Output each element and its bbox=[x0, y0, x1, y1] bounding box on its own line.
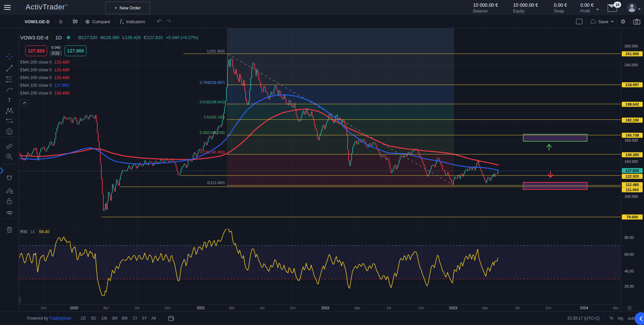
ohlc-item: H128.360 bbox=[101, 35, 119, 40]
indicators-button[interactable]: ƒxIndicators bbox=[119, 15, 145, 28]
account-dropdown-icon[interactable] bbox=[638, 8, 641, 10]
redo-button[interactable]: ↷ bbox=[166, 15, 171, 28]
range-button-5y[interactable]: 5Y bbox=[142, 312, 147, 325]
layout-button[interactable] bbox=[576, 15, 582, 28]
range-button-1m[interactable]: 1M bbox=[101, 312, 107, 325]
snapshot-button[interactable] bbox=[633, 15, 640, 28]
legend-symbol[interactable]: VOW3.GE-d bbox=[20, 35, 48, 40]
symbol-button[interactable]: VOW3.GE-D bbox=[25, 15, 49, 28]
undo-button[interactable]: ↶ bbox=[157, 15, 162, 28]
measure-tool[interactable] bbox=[5, 142, 14, 151]
range-button-all[interactable]: All bbox=[151, 312, 156, 325]
interval-button[interactable]: D bbox=[59, 15, 62, 28]
text-tool[interactable]: T bbox=[5, 96, 14, 105]
time-axis-label: Jul bbox=[515, 306, 520, 310]
go-to-date-button[interactable] bbox=[168, 312, 175, 325]
fib-level-labels: 1(251.900)0.764(218.997)0.618(198.642)0.… bbox=[200, 49, 225, 185]
log-scale-button[interactable]: log bbox=[618, 312, 623, 325]
sell-zone-box bbox=[523, 182, 587, 189]
chart-style-button[interactable] bbox=[71, 15, 79, 28]
rsi-legend[interactable]: RSI 14 59.40 bbox=[20, 229, 49, 234]
time-axis-label: Apr bbox=[354, 306, 360, 310]
range-button-1y[interactable]: 1Y bbox=[133, 312, 138, 325]
indicator-legend-row[interactable]: EMA 200 close 0 133.489 bbox=[20, 91, 69, 96]
xabcd-pattern-tool[interactable] bbox=[5, 107, 14, 115]
time-axis-label: Apr bbox=[103, 306, 109, 310]
ohlc-item: L126.420 bbox=[122, 35, 141, 40]
time-axis[interactable]: Oct2020AprJulOct2021AprJulOct2022AprJulO… bbox=[19, 304, 621, 312]
account-stat-profit: 0.00 €Profit bbox=[580, 2, 594, 13]
price-axis-label: 140.000 bbox=[624, 159, 638, 164]
rsi-band bbox=[19, 246, 621, 279]
svg-text:0.382(165.738): 0.382(165.738) bbox=[200, 131, 225, 135]
profit-dropdown-icon[interactable] bbox=[596, 9, 599, 10]
range-button-1d[interactable]: 1D bbox=[80, 312, 85, 325]
price-axis[interactable]: 260.000240.000160.000140.000100.00080.00… bbox=[621, 28, 644, 311]
range-button-6m[interactable]: 6M bbox=[122, 312, 128, 325]
range-button-3m[interactable]: 3M bbox=[112, 312, 117, 325]
compare-button[interactable]: ⊕Compare bbox=[85, 15, 110, 28]
trash-icon bbox=[5, 225, 14, 234]
svg-text:1(251.900): 1(251.900) bbox=[207, 49, 225, 53]
sell-button[interactable]: 127.820 bbox=[25, 45, 47, 56]
price-axis-level-badge: 182.190 bbox=[622, 118, 643, 123]
time-axis-label: 2020 bbox=[70, 306, 78, 310]
brush-tool[interactable] bbox=[5, 86, 14, 95]
long-position-tool[interactable] bbox=[5, 117, 14, 125]
time-axis-label: Apr bbox=[613, 306, 618, 310]
bottom-bar: Powered by TradingView 15:39:17 (UTC+2) … bbox=[0, 311, 644, 325]
main-menu-icon[interactable] bbox=[4, 4, 12, 11]
range-button-5d[interactable]: 5D bbox=[91, 312, 96, 325]
drawing-lock-tool[interactable] bbox=[5, 186, 14, 194]
buy-button[interactable]: 127.860 bbox=[65, 45, 86, 56]
price-axis-level-badge: 112.480 bbox=[622, 182, 643, 187]
legend-interval[interactable]: 1D bbox=[55, 35, 62, 40]
remove-drawings-tool[interactable] bbox=[5, 225, 14, 234]
price-axis-level-badge: 127.820 bbox=[622, 168, 643, 173]
percent-scale-button[interactable]: % bbox=[610, 312, 613, 325]
stat-label: Equity bbox=[513, 9, 538, 13]
time-axis-label: Jul bbox=[260, 306, 264, 310]
down-arrow-drawing bbox=[548, 172, 553, 177]
chevron-left-icon bbox=[639, 316, 643, 321]
zoom-in-tool[interactable] bbox=[5, 152, 14, 161]
time-axis-label: Oct bbox=[41, 306, 46, 310]
rail-expand-icon[interactable] bbox=[0, 167, 4, 176]
indicator-legend-row[interactable]: EMA 200 close 0 133.489 bbox=[20, 75, 69, 80]
account-stat-swap: 0.00 €Swap bbox=[554, 2, 567, 13]
fx-icon: ƒx bbox=[119, 18, 124, 25]
price-axis-label: 40.00 bbox=[624, 269, 634, 273]
chart-legend: VOW3.GE-d · 1D O127.520H128.360L126.420C… bbox=[20, 35, 199, 40]
indicator-legend-row[interactable]: EMA 200 close 0 133.489 bbox=[20, 60, 69, 65]
time-axis-label: Jul bbox=[135, 306, 139, 310]
settings-button[interactable]: ⚙ bbox=[620, 15, 625, 28]
stat-label: Profit bbox=[580, 9, 594, 13]
fib-retracement-tool[interactable] bbox=[5, 75, 14, 84]
indicator-legend-row[interactable]: EMA 200 close 0 133.489 bbox=[20, 68, 69, 72]
svg-text:0(112.480): 0(112.480) bbox=[207, 181, 225, 185]
avatar[interactable] bbox=[627, 3, 637, 12]
price-chart[interactable]: 1(251.900)0.764(218.997)0.618(198.642)0.… bbox=[0, 0, 644, 325]
lock-all-tool[interactable] bbox=[5, 197, 14, 206]
crosshair-tool[interactable] bbox=[5, 52, 14, 61]
svg-text:0.5(182.190): 0.5(182.190) bbox=[204, 115, 225, 119]
buy-zone-box bbox=[523, 134, 587, 141]
time-axis-label: Apr bbox=[229, 306, 235, 310]
spread-indicator: 0.040 0.01 bbox=[49, 45, 63, 56]
hide-drawings-tool[interactable] bbox=[5, 209, 14, 217]
magnet-tool[interactable] bbox=[5, 174, 14, 183]
tradingview-link[interactable]: TradingView bbox=[49, 312, 71, 325]
indicator-legend-row[interactable]: EMA 100 close 0 127.802 bbox=[20, 83, 69, 88]
svg-text:0.236(145.383): 0.236(145.383) bbox=[200, 150, 225, 154]
price-axis-level-badge: 218.997 bbox=[622, 82, 643, 87]
plus-icon: + bbox=[115, 5, 117, 10]
brush-icon bbox=[5, 86, 14, 95]
save-button[interactable]: Save bbox=[589, 15, 614, 28]
price-axis-label: 100.000 bbox=[624, 194, 638, 198]
emoji-tool[interactable] bbox=[5, 127, 14, 136]
time-axis-label: 2021 bbox=[197, 306, 205, 310]
legend-collapse-button[interactable] bbox=[20, 100, 29, 106]
new-order-button[interactable]: +New Order bbox=[105, 2, 150, 14]
trendline-tool[interactable] bbox=[5, 64, 14, 73]
zoomin-icon bbox=[5, 152, 14, 161]
